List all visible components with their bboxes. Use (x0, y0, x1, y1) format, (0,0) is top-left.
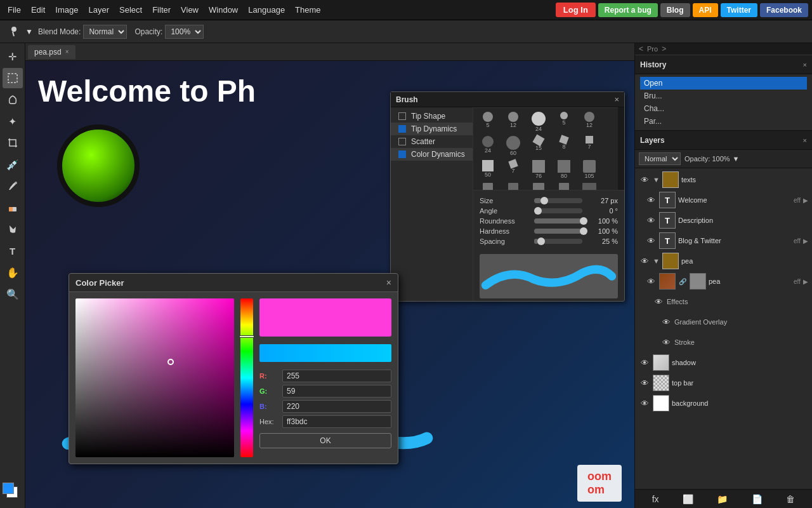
brush-option-tip-dynamics[interactable]: Tip Dynamics (391, 123, 473, 135)
new-group-button[interactable]: 📁 (717, 494, 728, 504)
history-item-par[interactable]: Par... (640, 115, 807, 128)
angle-thumb[interactable] (534, 207, 542, 215)
opacity-select[interactable]: 100% (165, 25, 204, 39)
roundness-slider[interactable] (534, 218, 582, 224)
brush-type-dropdown[interactable]: ▼ (23, 23, 36, 41)
menu-filter[interactable]: Filter (147, 3, 176, 17)
layer-texts-folder[interactable]: 👁 ▼ texts (635, 170, 812, 190)
twitter-button[interactable]: Twitter (721, 3, 757, 17)
preset-12[interactable]: 7 (501, 159, 525, 180)
pea-folder-visibility-icon[interactable]: 👁 (639, 255, 650, 267)
menu-language[interactable]: Language (243, 3, 290, 17)
color-gradient-picker[interactable] (75, 298, 234, 457)
color-picker-header[interactable]: Color Picker × (69, 274, 398, 292)
add-mask-button[interactable]: ⬜ (683, 494, 693, 504)
brush-option-scatter[interactable]: Scatter (391, 135, 473, 148)
preset-2[interactable]: 12 (501, 110, 525, 133)
menu-edit[interactable]: Edit (26, 3, 50, 17)
color-picker-close[interactable]: × (386, 277, 391, 288)
texts-visibility-icon[interactable]: 👁 (639, 174, 650, 185)
gradient-visibility-icon[interactable]: 👁 (660, 316, 672, 328)
menu-layer[interactable]: Layer (84, 3, 115, 17)
angle-slider[interactable] (534, 208, 582, 213)
brush-option-tip-shape[interactable]: Tip Shape (391, 110, 473, 123)
background-visibility-icon[interactable]: 👁 (639, 398, 650, 409)
description-visibility-icon[interactable]: 👁 (645, 215, 657, 226)
g-input[interactable] (282, 385, 391, 398)
menu-select[interactable]: Select (114, 3, 147, 17)
layer-pea-image[interactable]: 👁 🔗 pea eff ▶ (635, 271, 812, 291)
hex-input[interactable] (282, 415, 391, 428)
blog-button[interactable]: Blog (660, 3, 690, 17)
pea-visibility-icon[interactable]: 👁 (645, 276, 657, 287)
api-button[interactable]: API (693, 3, 718, 17)
layer-stroke[interactable]: 👁 Stroke (635, 332, 812, 352)
login-button[interactable]: Log In (556, 3, 596, 17)
facebook-button[interactable]: Facebook (760, 3, 808, 17)
preset-1[interactable]: 5 (476, 110, 500, 133)
move-tool[interactable]: ✛ (3, 46, 23, 67)
layers-blend-mode[interactable]: Normal (639, 152, 681, 165)
brush-panel-close[interactable]: × (614, 95, 619, 104)
topbar-visibility-icon[interactable]: 👁 (639, 377, 650, 389)
eraser-tool[interactable] (3, 197, 23, 218)
color-dynamics-check[interactable] (398, 150, 406, 158)
preset-7[interactable]: 60 (501, 135, 525, 157)
new-layer-button[interactable]: 📄 (752, 494, 763, 504)
layer-blog-twitter[interactable]: 👁 T Blog & Twitter eff ▶ (635, 231, 812, 251)
blog-visibility-icon[interactable]: 👁 (645, 235, 657, 246)
size-slider[interactable] (534, 198, 582, 203)
brush-tool[interactable] (3, 176, 23, 196)
layer-description[interactable]: 👁 T Description (635, 210, 812, 231)
panel-next-button[interactable]: > (660, 44, 667, 53)
welcome-visibility-icon[interactable]: 👁 (645, 194, 657, 206)
texts-expand-icon[interactable]: ▼ (653, 176, 660, 184)
preset-9[interactable]: 8 (552, 135, 576, 157)
history-item-bru[interactable]: Bru... (640, 90, 807, 102)
layer-welcome[interactable]: 👁 T Welcome eff ▶ (635, 190, 812, 210)
preset-11[interactable]: 50 (476, 159, 500, 180)
size-thumb[interactable] (540, 197, 548, 204)
stroke-visibility-icon[interactable]: 👁 (660, 337, 672, 348)
brush-preset-scrollbar[interactable] (618, 107, 624, 190)
layer-pea-folder[interactable]: 👁 ▼ pea (635, 251, 812, 271)
layer-background[interactable]: 👁 background (635, 393, 812, 413)
hue-slider[interactable] (240, 298, 253, 457)
history-item-cha[interactable]: Cha... (640, 102, 807, 115)
preset-14[interactable]: 80 (552, 159, 576, 180)
color-swatches[interactable] (3, 483, 23, 503)
history-panel-close[interactable]: × (803, 61, 807, 69)
preset-5[interactable]: 12 (577, 110, 601, 133)
preset-13[interactable]: 76 (527, 159, 551, 180)
canvas-tab-close[interactable]: × (65, 48, 69, 55)
brush-option-color-dynamics[interactable]: Color Dynamics (391, 148, 473, 161)
spacing-thumb[interactable] (537, 237, 545, 245)
blog-layer-arrow[interactable]: ▶ (803, 237, 808, 244)
menu-image[interactable]: Image (50, 3, 83, 17)
layer-gradient-overlay[interactable]: 👁 Gradient Overlay (635, 312, 812, 332)
preset-17[interactable]: 99 (501, 182, 525, 190)
spacing-slider[interactable] (534, 239, 582, 244)
preset-4[interactable]: 5 (552, 110, 576, 133)
layers-panel-close[interactable]: × (803, 137, 807, 144)
r-input[interactable] (282, 370, 391, 382)
history-item-open[interactable]: Open (640, 77, 807, 90)
preset-15[interactable]: 105 (577, 159, 601, 180)
menu-file[interactable]: File (3, 3, 26, 17)
preset-6[interactable]: 24 (476, 135, 500, 157)
zoom-tool[interactable]: 🔍 (3, 284, 23, 304)
eyedropper-tool[interactable]: 💉 (3, 154, 23, 175)
welcome-layer-arrow[interactable]: ▶ (803, 197, 808, 204)
preset-20[interactable]: 149 (577, 182, 601, 190)
tip-shape-check[interactable] (398, 112, 406, 120)
select-tool[interactable] (3, 68, 23, 88)
text-tool[interactable]: T (3, 241, 23, 261)
brush-tool-icon[interactable] (5, 23, 23, 41)
preset-18[interactable]: 100 (527, 182, 551, 190)
blend-mode-select[interactable]: Normal (83, 25, 127, 39)
preset-3[interactable]: 24 (527, 110, 551, 133)
menu-view[interactable]: View (176, 3, 204, 17)
panel-prev-button[interactable]: < (638, 44, 645, 53)
layer-shadow[interactable]: 👁 shadow (635, 352, 812, 373)
crop-tool[interactable] (3, 133, 23, 153)
